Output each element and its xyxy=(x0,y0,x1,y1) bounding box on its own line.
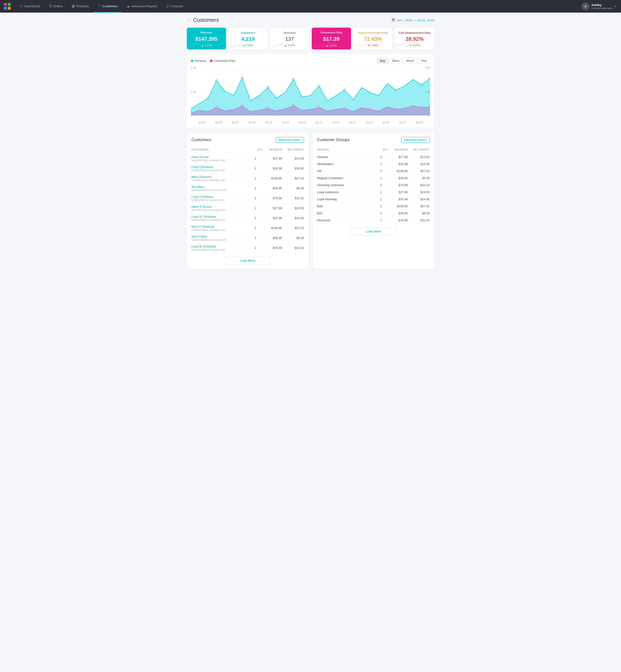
group-name: Loyal customers xyxy=(317,190,374,194)
nav-item-customers[interactable]: ♡ Customers xyxy=(93,0,122,13)
group-qty: 2 xyxy=(374,197,388,201)
chart-y-top-left: 2.4k xyxy=(191,66,196,69)
group-qty: 1 xyxy=(374,205,388,208)
table-row: VIP 1 $199.95 $57.42 xyxy=(317,168,429,175)
nav-item-products[interactable]: ▦ Products xyxy=(67,0,93,13)
chevron-right-icon: › xyxy=(300,138,301,142)
nav-item-forecast[interactable]: ◎ Forecast xyxy=(162,0,187,13)
customer-net-profit: $13.50 xyxy=(282,205,304,211)
customer-name[interactable]: Lloyd Christmas xyxy=(192,195,248,198)
customer-email: lloyd2135@sc-example.com xyxy=(192,218,248,221)
chart-x-label: Jul 19 xyxy=(332,121,339,124)
chart-x-label: Jul 03 xyxy=(198,121,205,124)
table-row: Loyal customers 1 $27.98 $13.50 xyxy=(317,189,429,196)
customer-name[interactable]: Sea Bass xyxy=(192,185,248,189)
customers-section: Customers Advanced report › CUSTOMERS QT… xyxy=(187,132,308,269)
nav-item-dashboard[interactable]: ⊙ Dashboard xyxy=(15,0,44,13)
chart-x-label: Jul 17 xyxy=(315,121,322,124)
customer-name[interactable]: Harry S Dunne xyxy=(192,205,248,209)
groups-rows: General 1 $27.98 $13.50 Wholesalers 2 $3… xyxy=(317,154,429,224)
customer-net-profit: $9.28 xyxy=(282,185,304,191)
customers-load-more-button[interactable]: Load More xyxy=(225,257,270,265)
customers-section-header: Customers Advanced report › xyxy=(192,137,304,143)
customer-name[interactable]: Harry Dunne xyxy=(192,155,248,159)
col-header-net-profit: NET PROFIT xyxy=(282,148,304,151)
sparkline-repeat xyxy=(354,40,378,49)
group-revenue: $27.98 xyxy=(388,190,408,194)
svg-point-24 xyxy=(241,105,243,107)
svg-point-12 xyxy=(267,87,269,89)
chart-btn-month[interactable]: Month xyxy=(403,58,417,64)
tables-row: Customers Advanced report › CUSTOMERS QT… xyxy=(187,132,434,269)
customer-email: seabass42@sc-example.com xyxy=(192,238,248,241)
svg-point-30 xyxy=(395,108,397,110)
user-name: Ashley xyxy=(591,3,612,7)
chart-x-label: Jul 07 xyxy=(232,121,239,124)
customer-name[interactable]: Sea S Bass xyxy=(192,235,248,238)
col-header-groups-qty: QTY xyxy=(374,148,388,151)
chart-x-label: Jul 23 xyxy=(366,121,373,124)
group-name: Wholesalers xyxy=(317,163,374,166)
groups-advanced-report-link[interactable]: Advanced report › xyxy=(401,137,429,143)
table-row: Harry S Dunne harry2647@sc-example.com 1… xyxy=(192,204,304,213)
customer-name[interactable]: Mary R Swanson xyxy=(192,225,248,228)
customer-name[interactable]: Lloyd B Christmas xyxy=(192,245,248,248)
metric-card-cart[interactable]: Cart Abandonment Rate 28.92% ▲ 4.37% xyxy=(395,28,434,49)
group-net-profit: $32.43 xyxy=(408,183,429,187)
sparkline-sessions xyxy=(270,40,294,49)
group-name: Regular Customers xyxy=(317,177,374,180)
chart-btn-week[interactable]: Week xyxy=(389,58,403,64)
col-header-groups-net-profit: NET PROFIT xyxy=(408,148,429,151)
svg-point-14 xyxy=(318,85,320,87)
metric-card-sessions[interactable]: Sessions 137 ▲ 4.07% xyxy=(270,28,309,49)
customer-net-profit: $57.42 xyxy=(282,175,304,182)
table-row: Churning customers 1 $79.99 $32.43 xyxy=(317,182,429,189)
customer-email: mary9312@sc-example.com xyxy=(192,228,248,231)
nav-item-advanced-reports[interactable]: ☁ Advanced Reports xyxy=(122,0,162,13)
table-row: Lloyd Christmas lloyd2135@sc-example.com… xyxy=(192,164,304,174)
svg-point-19 xyxy=(429,77,430,79)
customer-revenue: $199.95 xyxy=(263,175,282,182)
customers-table-title: Customers xyxy=(192,137,211,142)
customer-name[interactable]: Lloyd Christmas xyxy=(192,165,248,169)
chart-y-mid-left: 1.2k xyxy=(191,90,196,93)
customer-email: lloyd2135@sc-example.com xyxy=(192,248,248,251)
nav-item-orders[interactable]: ☰ Orders xyxy=(44,0,68,13)
svg-rect-3 xyxy=(8,7,11,10)
customer-name[interactable]: Mary Swanson xyxy=(192,175,248,179)
group-qty: 1 xyxy=(374,155,388,159)
metric-card-customers[interactable]: Customers 4,219 ▲ 1.81% xyxy=(229,28,268,49)
chart-btn-year[interactable]: Year xyxy=(418,58,430,64)
dashboard-icon: ⊙ xyxy=(20,4,23,8)
metric-card-revenue[interactable]: Revenue $147,395 ▲ 2.47% xyxy=(187,28,226,49)
chart-y-top-right: 2.4k xyxy=(425,66,430,69)
customer-revenue: $79.99 xyxy=(263,245,282,251)
page-title: ♡ Customers xyxy=(187,17,219,23)
customer-qty: 1 xyxy=(248,205,263,211)
groups-load-more-button[interactable]: Load More xyxy=(351,227,396,235)
customers-advanced-report-link[interactable]: Advanced report › xyxy=(276,137,304,143)
metric-card-conversion[interactable]: Conversion Rate $17.39 ▲ 3.25% xyxy=(312,28,351,49)
date-range-picker[interactable]: 📅 Jul 1, 2018 — Jul 31, 2018 xyxy=(391,18,434,22)
group-qty: 1 xyxy=(374,177,388,180)
customer-name[interactable]: Lloyd B Christmas xyxy=(192,215,248,218)
metric-card-repeat[interactable]: Repeat Purchase Rate 72.43% ▼ 2.45% xyxy=(354,28,393,49)
customer-email: harry2647@sc-example.com xyxy=(192,209,248,211)
nav-label-dashboard: Dashboard xyxy=(25,4,40,8)
group-revenue: $79.99 xyxy=(388,219,408,222)
group-revenue: $32.98 xyxy=(388,197,408,201)
app-logo[interactable] xyxy=(3,2,12,11)
nav-label-advanced-reports: Advanced Reports xyxy=(131,4,157,8)
chart-x-label: Jul 29 xyxy=(416,121,423,124)
navbar: ⊙ Dashboard ☰ Orders ▦ Products ♡ Custom… xyxy=(0,0,621,13)
user-menu[interactable]: A Ashley 3 stores selected ▾ xyxy=(579,2,618,10)
customer-qty: 1 xyxy=(248,225,263,231)
chart-x-label: Jul 11 xyxy=(265,121,272,124)
chart-x-label: Jul 25 xyxy=(382,121,389,124)
table-row: Sea S Bass seabass42@sc-example.com 1 $4… xyxy=(192,233,304,243)
customer-revenue: $49.95 xyxy=(263,185,282,191)
chart-btn-day[interactable]: Day xyxy=(377,58,388,64)
svg-point-28 xyxy=(344,107,345,109)
chart-controls: Day Week Month Year xyxy=(377,58,430,64)
svg-point-23 xyxy=(216,107,217,108)
